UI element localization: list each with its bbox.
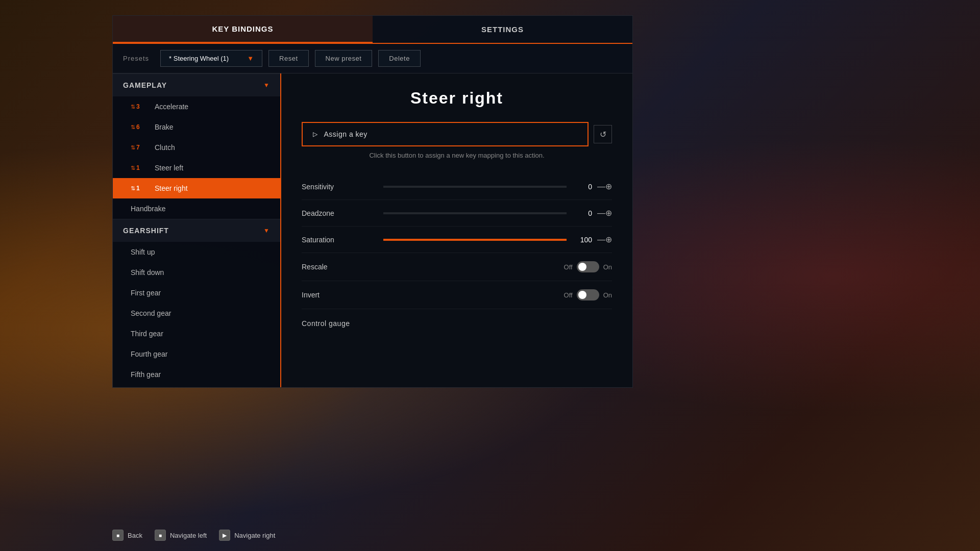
binding-number: 1 [136, 164, 140, 171]
sidebar-item-label: Shift up [131, 248, 155, 256]
sidebar-item-label: Second gear [131, 309, 171, 317]
sidebar-item-handbrake[interactable]: Handbrake [113, 198, 280, 219]
content-area: Gameplay ▼ ⇅ 3 Accelerate ⇅ 6 Brake [113, 73, 632, 387]
saturation-fill [383, 239, 567, 241]
sidebar-item-steer-left[interactable]: ⇅ 1 Steer left [113, 158, 280, 178]
play-icon: ▷ [313, 131, 318, 138]
action-title: Steer right [302, 89, 612, 108]
rescale-toggle[interactable] [577, 261, 599, 272]
assign-key-button[interactable]: ▷ Assign a key [302, 122, 589, 146]
assign-key-label: Assign a key [324, 130, 368, 138]
sidebar-item-second-gear[interactable]: Second gear [113, 303, 280, 323]
deadzone-label: Deadzone [302, 209, 378, 217]
tab-settings[interactable]: Settings [373, 16, 632, 43]
navigate-right-label: Navigate right [234, 532, 275, 539]
control-gauge-label: Control gauge [302, 309, 612, 333]
sidebar-item-third-gear[interactable]: Third gear [113, 323, 280, 344]
bottom-nav: ■ Back ■ Navigate left ▶ Navigate right [112, 530, 275, 541]
preset-selected-value: * Steering Wheel (1) [169, 55, 229, 62]
sidebar-item-label: First gear [131, 289, 161, 297]
setting-rescale: Rescale Off On [302, 253, 612, 281]
nav-navigate-left: ■ Navigate left [155, 530, 207, 541]
deadzone-slider[interactable] [383, 212, 567, 214]
nav-back: ■ Back [112, 530, 142, 541]
presets-bar: Presets * Steering Wheel (1) ▼ Reset New… [113, 44, 632, 73]
saturation-value: 100 [577, 236, 592, 244]
sidebar-item-label: Shift down [131, 268, 164, 277]
deadzone-value: 0 [577, 209, 592, 217]
navigate-right-icon[interactable]: ▶ [219, 530, 230, 541]
sidebar-item-label: Steer right [155, 184, 188, 192]
reset-icon: ↺ [600, 130, 606, 139]
delete-preset-button[interactable]: Delete [378, 50, 421, 67]
sidebar-item-steer-right[interactable]: ⇅ 1 Steer right [113, 178, 280, 198]
sidebar-item-brake[interactable]: ⇅ 6 Brake [113, 117, 280, 137]
binding-arrows-icon: ⇅ [131, 144, 135, 151]
toggle-knob [578, 291, 586, 299]
chevron-down-icon: ▼ [247, 55, 254, 62]
sidebar-item-label: Brake [155, 123, 174, 131]
invert-on-label: On [603, 291, 612, 299]
rescale-on-label: On [603, 263, 612, 271]
sensitivity-value: 0 [577, 183, 592, 191]
nav-navigate-right: ▶ Navigate right [219, 530, 275, 541]
sidebar-item-shift-down[interactable]: Shift down [113, 262, 280, 283]
sidebar-item-fourth-gear[interactable]: Fourth gear [113, 344, 280, 364]
binding-number: 1 [136, 185, 140, 192]
category-gearshift[interactable]: Gearshift ▼ [113, 219, 280, 242]
category-gearshift-label: Gearshift [123, 227, 169, 235]
reset-key-button[interactable]: ↺ [594, 125, 612, 143]
binding-number: 6 [136, 123, 140, 131]
rescale-off-label: Off [564, 263, 573, 271]
slider-adjust-icon[interactable]: —⊕ [597, 235, 612, 244]
invert-label: Invert [302, 291, 378, 299]
sidebar: Gameplay ▼ ⇅ 3 Accelerate ⇅ 6 Brake [113, 73, 281, 387]
sidebar-item-label: Steer left [155, 164, 183, 172]
sidebar-item-fifth-gear[interactable]: Fifth gear [113, 364, 280, 385]
sidebar-item-label: Accelerate [155, 103, 188, 111]
sensitivity-slider[interactable] [383, 186, 567, 188]
sidebar-item-label: Fifth gear [131, 370, 161, 379]
new-preset-button[interactable]: New preset [315, 50, 373, 67]
toggle-knob [578, 263, 586, 271]
slider-adjust-icon[interactable]: —⊕ [597, 182, 612, 191]
reset-preset-button[interactable]: Reset [268, 50, 308, 67]
rescale-label: Rescale [302, 263, 378, 271]
sidebar-item-label: Clutch [155, 143, 175, 152]
back-label: Back [128, 532, 142, 539]
setting-sensitivity: Sensitivity 0 —⊕ [302, 173, 612, 200]
navigate-left-label: Navigate left [170, 532, 207, 539]
saturation-label: Saturation [302, 236, 378, 244]
main-panel: Key bindings Settings Presets * Steering… [112, 15, 633, 388]
binding-arrows-icon: ⇅ [131, 165, 135, 171]
category-gameplay-label: Gameplay [123, 81, 167, 89]
navigate-left-icon[interactable]: ■ [155, 530, 166, 541]
back-button-icon[interactable]: ■ [112, 530, 124, 541]
invert-toggle[interactable] [577, 289, 599, 300]
binding-number: 7 [136, 144, 140, 151]
chevron-gameplay-icon: ▼ [263, 82, 270, 89]
setting-invert: Invert Off On [302, 281, 612, 309]
sidebar-item-clutch[interactable]: ⇅ 7 Clutch [113, 137, 280, 158]
sidebar-item-label: Third gear [131, 330, 163, 338]
saturation-slider[interactable] [383, 239, 567, 241]
assign-hint: Click this button to assign a new key ma… [302, 152, 612, 159]
tab-key-bindings[interactable]: Key bindings [113, 16, 373, 43]
binding-arrows-icon: ⇅ [131, 185, 135, 192]
sidebar-item-label: Handbrake [131, 205, 166, 213]
assign-key-row: ▷ Assign a key ↺ [302, 122, 612, 146]
sidebar-item-accelerate[interactable]: ⇅ 3 Accelerate [113, 96, 280, 117]
tab-bar: Key bindings Settings [113, 16, 632, 44]
binding-arrows-icon: ⇅ [131, 124, 135, 131]
sidebar-item-first-gear[interactable]: First gear [113, 283, 280, 303]
right-panel: Steer right ▷ Assign a key ↺ Click this … [281, 73, 632, 387]
sensitivity-label: Sensitivity [302, 183, 378, 191]
binding-number: 3 [136, 103, 140, 110]
preset-dropdown[interactable]: * Steering Wheel (1) ▼ [160, 50, 262, 67]
invert-off-label: Off [564, 291, 573, 299]
presets-label: Presets [123, 55, 149, 62]
slider-adjust-icon[interactable]: —⊕ [597, 208, 612, 218]
sidebar-item-shift-up[interactable]: Shift up [113, 242, 280, 262]
category-gameplay[interactable]: Gameplay ▼ [113, 73, 280, 96]
setting-saturation: Saturation 100 —⊕ [302, 227, 612, 253]
